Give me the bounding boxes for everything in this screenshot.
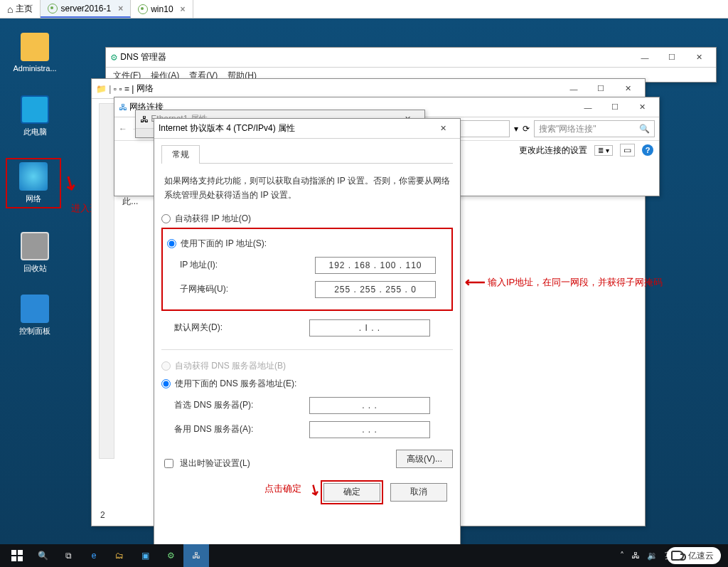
tab-win10[interactable]: win10× — [131, 0, 193, 18]
cancel-button[interactable]: 取消 — [390, 483, 447, 502]
taskbar-network[interactable]: 🖧 — [183, 544, 209, 567]
change-settings-button[interactable]: 更改此连接的设置 — [519, 144, 587, 157]
search-button[interactable]: 🔍 — [30, 544, 55, 567]
folder-icon — [21, 33, 49, 61]
subnet-mask-input[interactable]: 255 . 255 . 255 . 0 — [315, 281, 436, 298]
radio-static-dns[interactable]: 使用下面的 DNS 服务器地址(E): — [161, 375, 453, 393]
taskbar-dns[interactable]: ⚙ — [158, 544, 183, 567]
taskbar-server-manager[interactable]: ▣ — [132, 544, 158, 567]
status-count: 2 — [100, 510, 105, 520]
arrow-icon: ↘ — [59, 171, 82, 195]
minimize-button[interactable]: — — [632, 50, 658, 65]
ok-button[interactable]: 确定 — [323, 483, 380, 502]
radio-label: 自动获得 DNS 服务器地址(B) — [175, 360, 286, 372]
desktop: Administra... 此电脑 网络 回收站 控制面板 ↘ 进入进行二个网络… — [0, 18, 728, 544]
back-button[interactable]: ← — [119, 124, 127, 134]
input-value: . I . . — [359, 323, 380, 333]
window-title: DNS 管理器 — [120, 51, 632, 63]
close-button[interactable]: ✕ — [629, 100, 655, 115]
close-button[interactable]: ✕ — [615, 81, 641, 97]
tray-network-icon[interactable]: 🖧 — [631, 551, 640, 561]
arrow-icon: ⟵ — [465, 275, 486, 289]
gateway-input[interactable]: . I . . — [309, 319, 430, 337]
minimize-button[interactable]: — — [561, 81, 587, 97]
watermark-badge: 亿速云 — [667, 547, 721, 564]
preview-pane-button[interactable]: ▭ — [620, 144, 635, 157]
dns-alt-input[interactable]: . . . — [309, 421, 430, 438]
description-text: 如果网络支持此功能，则可以获取自动指派的 IP 设置。否则，你需要从网络系统管理… — [161, 164, 453, 210]
icon-label: 回收站 — [7, 263, 63, 274]
network-icon: 🖧 — [119, 102, 127, 112]
start-button[interactable] — [4, 544, 30, 567]
annotation-input-ip: 输入IP地址，在同一网段，并获得子网掩码 — [488, 276, 663, 289]
tab-row: 常规 — [161, 144, 453, 164]
ipv4-properties-dialog: Internet 协议版本 4 (TCP/IPv4) 属性 ✕ 常规 如果网络支… — [154, 118, 461, 553]
history-dropdown[interactable]: ▾ — [514, 124, 518, 134]
taskbar-edge[interactable]: e — [81, 544, 107, 567]
refresh-button[interactable]: ⟳ — [523, 124, 530, 134]
icon-label: Administra... — [7, 64, 63, 73]
tray-volume-icon[interactable]: 🔉 — [647, 551, 658, 561]
desktop-icon-admin[interactable]: Administra... — [7, 33, 63, 73]
button-label: 取消 — [410, 486, 427, 498]
advanced-button[interactable]: 高级(V)... — [396, 450, 453, 468]
home-icon — [7, 4, 13, 15]
highlight-ip-section: 使用下面的 IP 地址(S): IP 地址(I): 192 . 168 . 10… — [161, 228, 453, 311]
desktop-icon-network[interactable]: 网络 — [6, 158, 61, 208]
maximize-button[interactable]: ☐ — [659, 50, 685, 65]
minimize-button[interactable]: — — [575, 100, 601, 115]
label-subnet: 子网掩码(U): — [180, 283, 315, 295]
tab-home[interactable]: 主页 — [0, 0, 41, 18]
taskbar: 🔍 ⧉ e 🗂 ▣ ⚙ 🖧 ˄ 🖧 🔉 英 16:02 20 — [0, 544, 728, 567]
icon-label: 网络 — [7, 194, 60, 204]
task-view-button[interactable]: ⧉ — [55, 544, 81, 567]
desktop-icon-thispc[interactable]: 此电脑 — [7, 95, 63, 137]
tray-up-icon[interactable]: ˄ — [620, 551, 624, 561]
radio-static-ip[interactable]: 使用下面的 IP 地址(S): — [167, 235, 447, 253]
maximize-button[interactable]: ☐ — [588, 81, 614, 97]
button-label: 确定 — [343, 486, 360, 498]
label-dns-primary: 首选 DNS 服务器(P): — [174, 399, 309, 411]
radio-input[interactable] — [167, 239, 176, 248]
close-button[interactable]: ✕ — [430, 121, 456, 137]
close-button[interactable]: ✕ — [686, 50, 712, 65]
radio-auto-ip[interactable]: 自动获得 IP 地址(O) — [161, 210, 453, 228]
close-icon[interactable]: × — [181, 4, 186, 14]
search-input[interactable]: 搜索"网络连接" 🔍 — [534, 120, 655, 137]
checkbox-input[interactable] — [164, 459, 173, 468]
label-gateway: 默认网关(D): — [174, 322, 309, 334]
search-icon: 🔍 — [639, 124, 650, 134]
validate-on-exit[interactable]: 退出时验证设置(L) — [161, 448, 250, 470]
titlebar[interactable]: 📁 | ▫ ▫ = | 网络 — ☐ ✕ — [92, 79, 645, 99]
radio-label: 使用下面的 IP 地址(S): — [181, 238, 267, 250]
adapter-icon: 🖧 — [140, 115, 149, 124]
titlebar[interactable]: ⚙ DNS 管理器 — ☐ ✕ — [106, 48, 716, 68]
server-icon — [138, 4, 148, 14]
tab-server-label: server2016-1 — [60, 4, 111, 14]
tab-home-label: 主页 — [16, 3, 33, 15]
input-value: . . . — [362, 401, 378, 410]
tab-server[interactable]: server2016-1× — [41, 0, 131, 18]
close-icon[interactable]: × — [118, 4, 123, 14]
view-menu-button[interactable]: ≣ ▾ — [594, 145, 613, 156]
server-icon — [48, 4, 58, 14]
titlebar[interactable]: Internet 协议版本 4 (TCP/IPv4) 属性 ✕ — [154, 119, 460, 139]
dialog-title: Internet 协议版本 4 (TCP/IPv4) 属性 — [159, 122, 430, 134]
tab-general[interactable]: 常规 — [161, 145, 200, 164]
radio-input[interactable] — [161, 214, 171, 223]
checkbox-label: 退出时验证设置(L) — [180, 457, 250, 470]
help-icon[interactable]: ? — [642, 144, 653, 156]
ip-address-input[interactable]: 192 . 168 . 100 . 110 — [315, 257, 436, 274]
radio-input[interactable] — [161, 379, 171, 388]
input-value: 255 . 255 . 255 . 0 — [334, 285, 417, 295]
radio-auto-dns: 自动获得 DNS 服务器地址(B) — [161, 357, 453, 375]
maximize-button[interactable]: ☐ — [602, 100, 628, 115]
trash-icon — [21, 232, 49, 260]
search-placeholder: 搜索"网络连接" — [539, 123, 596, 135]
label-dns-alt: 备用 DNS 服务器(A): — [174, 423, 309, 435]
taskbar-explorer[interactable]: 🗂 — [107, 544, 132, 567]
dns-manager-window: ⚙ DNS 管理器 — ☐ ✕ 文件(F) 操作(A) 查看(V) 帮助(H) — [105, 47, 717, 83]
desktop-icon-recycle[interactable]: 回收站 — [7, 232, 63, 274]
desktop-icon-ctrlpanel[interactable]: 控制面板 — [7, 295, 63, 337]
dns-primary-input[interactable]: . . . — [309, 397, 430, 414]
